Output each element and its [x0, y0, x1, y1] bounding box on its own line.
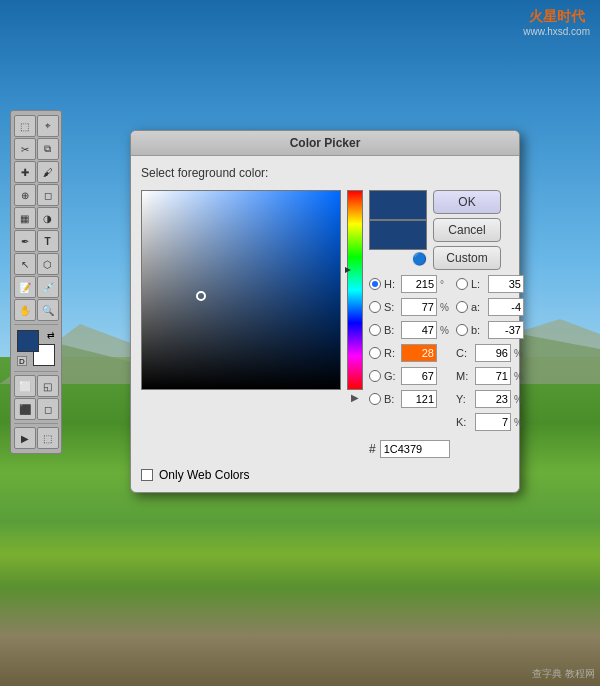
field-row-R: R: [369, 343, 448, 363]
label-R: R: [384, 347, 398, 359]
tool-quick-mask[interactable]: ⬜ [14, 375, 36, 397]
cancel-button[interactable]: Cancel [433, 218, 501, 242]
unit-S: % [440, 302, 448, 313]
dialog-select-label: Select foreground color: [141, 166, 509, 180]
label-bv: b: [471, 324, 485, 336]
toolbar-row-5: ▦ ◑ [14, 207, 59, 229]
tool-edit-mask[interactable]: ◱ [37, 375, 59, 397]
hue-arrow-icon: ▶ [351, 392, 359, 403]
hex-input[interactable] [380, 440, 450, 458]
input-K[interactable] [475, 413, 511, 431]
swap-colors-icon[interactable]: ⇄ [47, 330, 55, 340]
label-Y: Y: [456, 393, 472, 405]
watermark-title: 火星时代 [523, 8, 590, 26]
default-colors-icon[interactable]: D [17, 356, 27, 366]
radio-B[interactable] [369, 324, 381, 336]
tool-text[interactable]: T [37, 230, 59, 252]
unit-B: % [440, 325, 448, 336]
unit-Y: % [514, 394, 522, 405]
tool-clone[interactable]: ⊕ [14, 184, 36, 206]
unit-M: % [514, 371, 522, 382]
tool-healing[interactable]: ✚ [14, 161, 36, 183]
tool-gradient[interactable]: ▦ [14, 207, 36, 229]
tool-lasso[interactable]: ⌖ [37, 115, 59, 137]
tool-screen-full[interactable]: ◻ [37, 398, 59, 420]
toolbar-row-4: ⊕ ◻ [14, 184, 59, 206]
label-Bv: B: [384, 393, 398, 405]
tool-pen[interactable]: ✒ [14, 230, 36, 252]
tool-shape[interactable]: ⬡ [37, 253, 59, 275]
radio-R[interactable] [369, 347, 381, 359]
tool-select-path[interactable]: ↖ [14, 253, 36, 275]
tool-brush[interactable]: 🖌 [37, 161, 59, 183]
custom-button[interactable]: Custom [433, 246, 501, 270]
tool-hand[interactable]: ✋ [14, 299, 36, 321]
input-M[interactable] [475, 367, 511, 385]
new-color-preview [369, 190, 427, 220]
field-row-a: a: [456, 297, 535, 317]
tool-zoom[interactable]: 🔍 [37, 299, 59, 321]
web-colors-label: Only Web Colors [159, 468, 249, 482]
field-row-M: M: % [456, 366, 535, 386]
field-row-Bv: B: [369, 389, 448, 409]
input-H[interactable] [401, 275, 437, 293]
unit-H: ° [440, 279, 448, 290]
radio-bv[interactable] [456, 324, 468, 336]
toolbar-separator-3 [14, 423, 58, 424]
tool-imageready[interactable]: ▶ [14, 427, 36, 449]
web-colors-checkbox[interactable] [141, 469, 153, 481]
input-Y[interactable] [475, 390, 511, 408]
input-Bv[interactable] [401, 390, 437, 408]
tool-eyedropper[interactable]: 💉 [37, 276, 59, 298]
input-L[interactable] [488, 275, 524, 293]
toolbar-row-10: ⬜ ◱ [14, 375, 59, 397]
input-S[interactable] [401, 298, 437, 316]
radio-a[interactable] [456, 301, 468, 313]
color-gradient-field[interactable] [141, 190, 341, 390]
field-row-bv: b: [456, 320, 535, 340]
photoshop-toolbar: ⬚ ⌖ ✂ ⧉ ✚ 🖌 ⊕ ◻ ▦ ◑ ✒ T ↖ ⬡ 📝 💉 ✋ 🔍 ⇄ D [10, 110, 62, 454]
label-a: a: [471, 301, 485, 313]
color-swatches[interactable]: ⇄ D [17, 330, 55, 366]
input-R[interactable] [401, 344, 437, 362]
field-row-G: G: [369, 366, 448, 386]
tool-marquee-rect[interactable]: ⬚ [14, 115, 36, 137]
tool-notes[interactable]: 📝 [14, 276, 36, 298]
toolbar-row-2: ✂ ⧉ [14, 138, 59, 160]
label-K: K: [456, 416, 472, 428]
dialog-title: Color Picker [131, 131, 519, 156]
tool-screen-mode[interactable]: ⬛ [14, 398, 36, 420]
tool-eraser[interactable]: ◻ [37, 184, 59, 206]
input-C[interactable] [475, 344, 511, 362]
input-bv[interactable] [488, 321, 524, 339]
label-H: H: [384, 278, 398, 290]
tool-crop[interactable]: ✂ [14, 138, 36, 160]
radio-L[interactable] [456, 278, 468, 290]
radio-Bv[interactable] [369, 393, 381, 405]
field-row-S: S: % [369, 297, 448, 317]
current-color-preview [369, 220, 427, 250]
hue-slider[interactable] [347, 190, 363, 390]
eyedropper-icon[interactable]: 🔵 [412, 252, 427, 266]
field-row-L: L: [456, 274, 535, 294]
input-G[interactable] [401, 367, 437, 385]
hsb-rgb-col: H: ° S: % [369, 274, 448, 432]
radio-G[interactable] [369, 370, 381, 382]
unit-K: % [514, 417, 522, 428]
dialog-buttons: OK Cancel Custom [433, 190, 501, 270]
color-picker-dialog: Color Picker Select foreground color: ▶ [130, 130, 520, 493]
radio-S[interactable] [369, 301, 381, 313]
tool-dodge[interactable]: ◑ [37, 207, 59, 229]
label-S: S: [384, 301, 398, 313]
ok-button[interactable]: OK [433, 190, 501, 214]
toolbar-row-7: ↖ ⬡ [14, 253, 59, 275]
field-row-H: H: ° [369, 274, 448, 294]
input-B[interactable] [401, 321, 437, 339]
tool-extra[interactable]: ⬚ [37, 427, 59, 449]
watermark-url: www.hxsd.com [523, 26, 590, 37]
foreground-color-swatch[interactable] [17, 330, 39, 352]
radio-H[interactable] [369, 278, 381, 290]
input-a[interactable] [488, 298, 524, 316]
tool-slice[interactable]: ⧉ [37, 138, 59, 160]
hex-label: # [369, 442, 376, 456]
